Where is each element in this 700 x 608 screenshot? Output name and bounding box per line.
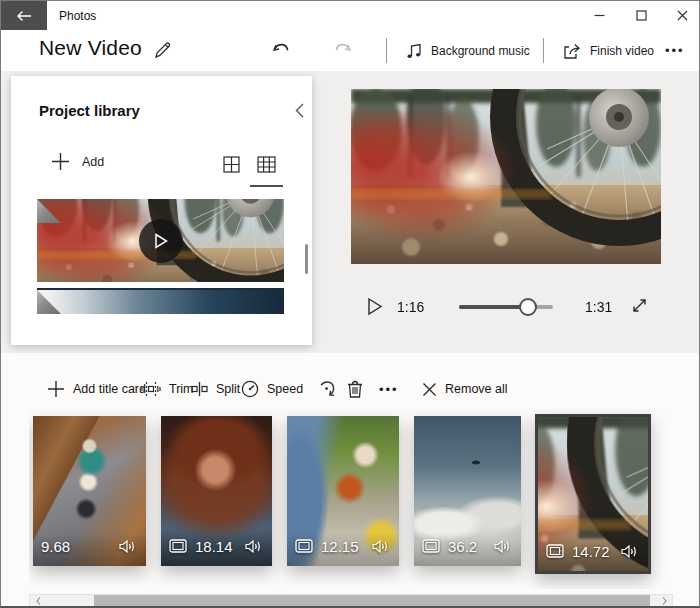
seek-bar-fill xyxy=(459,305,528,309)
rotate-icon xyxy=(317,379,337,399)
speaker-icon[interactable] xyxy=(372,539,389,554)
speaker-icon[interactable] xyxy=(494,539,511,554)
storyboard-clip-1[interactable]: 9.68 xyxy=(33,416,146,566)
seek-bar[interactable] xyxy=(459,305,553,309)
trim-button[interactable]: Trim xyxy=(141,371,194,407)
editor-main-area: Project library Add xyxy=(1,71,699,353)
see-more-button[interactable]: ••• xyxy=(665,30,685,71)
more-ellipsis: ••• xyxy=(665,43,685,58)
header-divider xyxy=(386,38,387,63)
speaker-icon[interactable] xyxy=(621,544,638,559)
speedometer-icon xyxy=(241,380,259,398)
storyboard-clip-5-selected[interactable]: 14.72 xyxy=(535,414,651,574)
storyboard-section: Add title card Trim Split xyxy=(1,353,699,607)
play-icon xyxy=(154,233,168,249)
clip-duration: 12.15 xyxy=(321,538,359,555)
storyboard-clip-3[interactable]: 12.15 xyxy=(287,416,399,566)
project-title: New Video xyxy=(39,36,142,60)
frame-icon xyxy=(169,539,187,553)
split-icon xyxy=(191,382,208,396)
grid-3x3-icon xyxy=(257,156,276,173)
clip-duration: 9.68 xyxy=(41,538,70,555)
redo-button-disabled[interactable] xyxy=(333,30,353,71)
minimize-button[interactable] xyxy=(582,1,616,30)
clip-2-info: 18.14 xyxy=(161,532,272,566)
play-button[interactable] xyxy=(367,297,383,316)
clip-toolbar: Add title card Trim Split xyxy=(1,371,699,407)
clip-duration: 18.14 xyxy=(195,538,233,555)
split-label: Split xyxy=(216,382,240,396)
back-button[interactable] xyxy=(1,1,47,30)
speaker-icon[interactable] xyxy=(119,539,136,554)
storyboard-scrollbar[interactable] xyxy=(29,594,673,607)
split-button[interactable]: Split xyxy=(191,371,240,407)
scrollbar-thumb[interactable] xyxy=(94,595,650,606)
background-music-button[interactable]: Background music xyxy=(406,30,530,71)
large-grid-view-button[interactable] xyxy=(223,156,240,173)
scroll-left-arrow[interactable] xyxy=(30,595,46,606)
storyboard-clip-4[interactable]: 36.2 xyxy=(414,416,521,566)
trash-icon xyxy=(347,380,363,398)
undo-icon xyxy=(271,42,291,60)
back-arrow-icon xyxy=(16,10,32,22)
folded-corner-badge xyxy=(37,290,61,314)
undo-button[interactable] xyxy=(271,30,291,71)
toolbar-more-button[interactable]: ••• xyxy=(379,371,399,407)
finish-video-label: Finish video xyxy=(590,44,654,58)
frame-icon xyxy=(422,539,440,553)
add-title-card-button[interactable]: Add title card xyxy=(47,371,146,407)
library-video-thumbnail-partial[interactable] xyxy=(37,288,284,314)
current-time: 1:16 xyxy=(397,299,424,315)
close-button[interactable] xyxy=(665,1,699,30)
minimize-icon xyxy=(594,10,605,21)
small-grid-view-button-active[interactable] xyxy=(257,156,276,179)
project-library-title: Project library xyxy=(39,102,140,119)
speaker-icon[interactable] xyxy=(245,539,262,554)
clip-4-info: 36.2 xyxy=(414,532,521,566)
rename-project-button[interactable] xyxy=(153,30,172,71)
frame-icon xyxy=(295,539,313,553)
library-video-thumbnail[interactable] xyxy=(37,199,284,282)
storyboard-clip-2[interactable]: 18.14 xyxy=(161,416,272,566)
library-vertical-scrollbar[interactable] xyxy=(305,244,308,274)
more-ellipsis: ••• xyxy=(379,382,399,397)
trim-icon xyxy=(141,381,161,397)
play-outline-icon xyxy=(367,297,383,316)
pencil-icon xyxy=(153,41,172,60)
collapse-library-button[interactable] xyxy=(289,100,309,120)
export-icon xyxy=(561,42,582,60)
background-music-label: Background music xyxy=(431,44,530,58)
add-media-label: Add xyxy=(82,155,104,169)
remove-all-label: Remove all xyxy=(445,382,508,396)
plus-icon xyxy=(47,380,65,398)
clip-duration: 14.72 xyxy=(572,543,610,560)
clip-1-info: 9.68 xyxy=(33,532,146,566)
remove-all-button[interactable]: Remove all xyxy=(422,371,508,407)
seek-thumb[interactable] xyxy=(519,298,537,316)
photos-app-window: Photos New Video xyxy=(0,0,700,608)
clip-3-info: 12.15 xyxy=(287,532,399,566)
finish-video-button[interactable]: Finish video xyxy=(561,30,654,71)
fullscreen-button[interactable] xyxy=(631,297,648,314)
editor-header: New Video Background music xyxy=(1,30,699,71)
app-title: Photos xyxy=(59,1,96,30)
total-time: 1:31 xyxy=(585,299,612,315)
music-note-icon xyxy=(406,42,423,60)
scroll-right-arrow[interactable] xyxy=(656,595,672,606)
rotate-button[interactable] xyxy=(317,371,337,407)
maximize-button[interactable] xyxy=(624,1,658,30)
playback-controls: 1:16 1:31 xyxy=(351,293,661,323)
add-media-button[interactable]: Add xyxy=(51,152,104,171)
header-divider xyxy=(543,38,544,63)
video-preview[interactable] xyxy=(351,89,661,264)
trim-label: Trim xyxy=(169,382,194,396)
speed-button[interactable]: Speed xyxy=(241,371,303,407)
library-play-button[interactable] xyxy=(139,219,183,263)
redo-icon xyxy=(333,42,353,60)
filmstrip-icon xyxy=(546,544,564,558)
title-bar: Photos xyxy=(1,1,699,30)
add-title-card-label: Add title card xyxy=(73,382,146,396)
delete-button[interactable] xyxy=(347,371,363,407)
chevron-left-icon xyxy=(295,103,304,118)
project-library-panel: Project library Add xyxy=(11,76,312,345)
